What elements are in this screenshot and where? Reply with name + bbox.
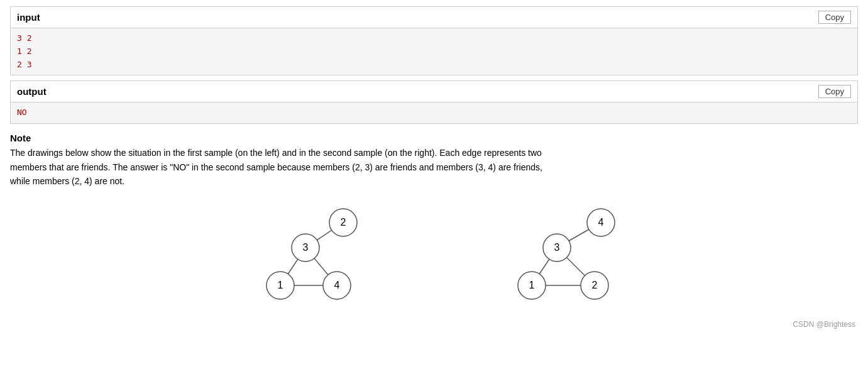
diagram-right-svg: 1 2 3 4 xyxy=(497,201,623,307)
node-3-label: 3 xyxy=(302,242,308,253)
r-node-1-label: 1 xyxy=(529,280,534,290)
diagram-left: 1 2 3 4 xyxy=(246,201,371,307)
node-1-label: 1 xyxy=(277,280,283,290)
output-block: output Copy NO xyxy=(10,80,858,124)
diagram-left-svg: 1 2 3 4 xyxy=(246,201,371,307)
note-title: Note xyxy=(10,133,858,143)
output-copy-button[interactable]: Copy xyxy=(818,85,851,98)
input-line-2: 1 2 xyxy=(17,45,851,58)
output-line-1: NO xyxy=(17,106,851,119)
node-2-label: 2 xyxy=(340,217,346,228)
input-block: input Copy 3 2 1 2 2 3 xyxy=(10,6,858,75)
output-body: NO xyxy=(11,102,857,123)
r-node-3-label: 3 xyxy=(554,242,559,253)
output-header: output Copy xyxy=(11,81,857,102)
input-header: input Copy xyxy=(11,7,857,28)
note-line-3: while members (2, 4) are not. xyxy=(10,176,124,186)
note-section: Note The drawings below show the situati… xyxy=(10,133,858,188)
diagram-right: 1 2 3 4 xyxy=(497,201,623,307)
input-body: 3 2 1 2 2 3 xyxy=(11,28,857,75)
input-line-1: 3 2 xyxy=(17,32,851,45)
input-label: input xyxy=(17,12,40,23)
note-text: The drawings below show the situation in… xyxy=(10,146,858,188)
input-line-3: 2 3 xyxy=(17,58,851,72)
input-copy-button[interactable]: Copy xyxy=(818,11,851,24)
output-label: output xyxy=(17,86,47,97)
note-line-2: members that are friends. The answer is … xyxy=(10,162,542,172)
r-node-2-label: 2 xyxy=(591,280,597,290)
r-node-4-label: 4 xyxy=(598,217,603,228)
watermark: CSDN @Brightess xyxy=(10,320,858,329)
note-line-1: The drawings below show the situation in… xyxy=(10,148,542,158)
diagrams-container: 1 2 3 4 1 2 3 4 xyxy=(10,201,858,307)
node-4-label: 4 xyxy=(334,280,339,290)
